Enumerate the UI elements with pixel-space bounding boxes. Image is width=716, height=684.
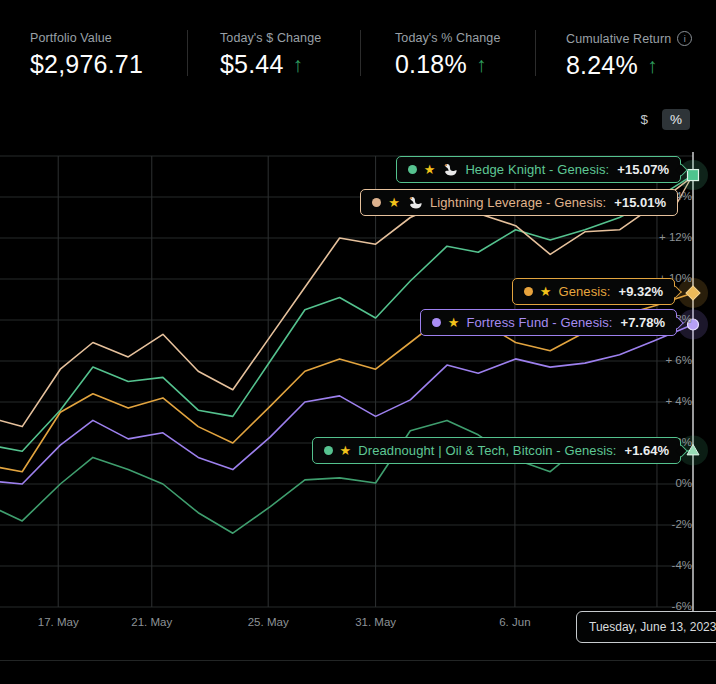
x-axis-tick-label: 17. May — [26, 616, 90, 628]
y-axis-tick-label: 0% — [675, 477, 692, 489]
series-label: Dreadnought | Oil & Tech, Bitcoin - Gene… — [358, 443, 616, 458]
callout-genesis: ★ Genesis: +9.32% — [512, 278, 675, 305]
stat-label: Cumulative Return — [566, 32, 671, 46]
series-dot-icon — [524, 287, 533, 296]
stat-value: 0.18% — [395, 50, 467, 79]
up-arrow-icon: ↑ — [476, 54, 487, 75]
chart-plot[interactable] — [0, 148, 716, 616]
star-icon: ★ — [424, 163, 436, 176]
square-marker-icon — [688, 170, 699, 181]
x-axis-tick-label: 31. May — [344, 616, 408, 628]
portfolio-dashboard: Portfolio Value $2,976.71 Today's $ Chan… — [0, 0, 716, 684]
unit-toggle: $ % — [632, 109, 690, 130]
info-icon[interactable]: i — [677, 31, 692, 46]
series-value: +15.01% — [614, 195, 666, 210]
x-axis-tick-label: 21. May — [120, 616, 184, 628]
stat-value: 8.24% — [566, 51, 638, 80]
stat-value: $2,976.71 — [30, 50, 143, 79]
x-axis-tick-label: 6. Jun — [483, 616, 547, 628]
series-value: +7.78% — [621, 315, 665, 330]
series-value: +15.07% — [617, 162, 669, 177]
star-icon: ★ — [540, 285, 552, 298]
series-label: Lightning Leverage - Genesis: — [430, 195, 606, 210]
y-axis-tick-label: -4% — [672, 559, 692, 571]
series-dot-icon — [372, 198, 381, 207]
series-label: Hedge Knight - Genesis: — [465, 162, 609, 177]
series-dot-icon — [432, 318, 441, 327]
star-icon: ★ — [448, 316, 460, 329]
stat-portfolio-value: Portfolio Value $2,976.71 — [30, 31, 143, 79]
swan-icon — [407, 196, 423, 209]
series-value: +9.32% — [619, 284, 663, 299]
y-axis-tick-label: -2% — [672, 518, 692, 530]
callout-dreadnought: ★ Dreadnought | Oil & Tech, Bitcoin - Ge… — [312, 437, 681, 464]
stat-label: Portfolio Value — [30, 31, 143, 45]
up-arrow-icon: ↑ — [647, 55, 658, 76]
stat-label: Today's $ Change — [220, 31, 321, 45]
star-icon: ★ — [388, 196, 400, 209]
hover-date-tooltip: Tuesday, June 13, 2023 — [576, 611, 716, 643]
bottom-divider — [0, 660, 716, 661]
swan-icon — [442, 163, 458, 176]
series-label: Genesis: — [558, 284, 610, 299]
series-dot-icon — [324, 446, 333, 455]
stat-label: Today's % Change — [395, 31, 500, 45]
performance-chart[interactable] — [0, 148, 716, 616]
callout-lightning-leverage: ★ Lightning Leverage - Genesis: +15.01% — [360, 189, 678, 216]
stat-todays-percent-change: Today's % Change 0.18% ↑ — [395, 31, 500, 79]
series-dot-icon — [408, 165, 417, 174]
y-axis-tick-label: + 12% — [659, 231, 692, 243]
star-icon: ★ — [340, 444, 352, 457]
callout-hedge-knight: ★ Hedge Knight - Genesis: +15.07% — [396, 156, 681, 183]
y-axis-tick-label: + 6% — [665, 354, 692, 366]
x-axis-tick-label: 25. May — [236, 616, 300, 628]
stat-todays-dollar-change: Today's $ Change $5.44 ↑ — [220, 31, 321, 79]
up-arrow-icon: ↑ — [293, 54, 304, 75]
toggle-dollar-button[interactable]: $ — [632, 109, 656, 130]
callout-fortress-fund: ★ Fortress Fund - Genesis: +7.78% — [420, 309, 677, 336]
series-label: Fortress Fund - Genesis: — [466, 315, 612, 330]
stat-divider — [360, 30, 361, 76]
stat-value: $5.44 — [220, 50, 284, 79]
series-value: +1.64% — [625, 443, 669, 458]
stat-cumulative-return: Cumulative Return i 8.24% ↑ — [566, 31, 692, 80]
toggle-percent-button[interactable]: % — [662, 109, 690, 130]
stat-divider — [535, 30, 536, 76]
y-axis-tick-label: + 4% — [665, 395, 692, 407]
stat-divider — [187, 30, 188, 76]
